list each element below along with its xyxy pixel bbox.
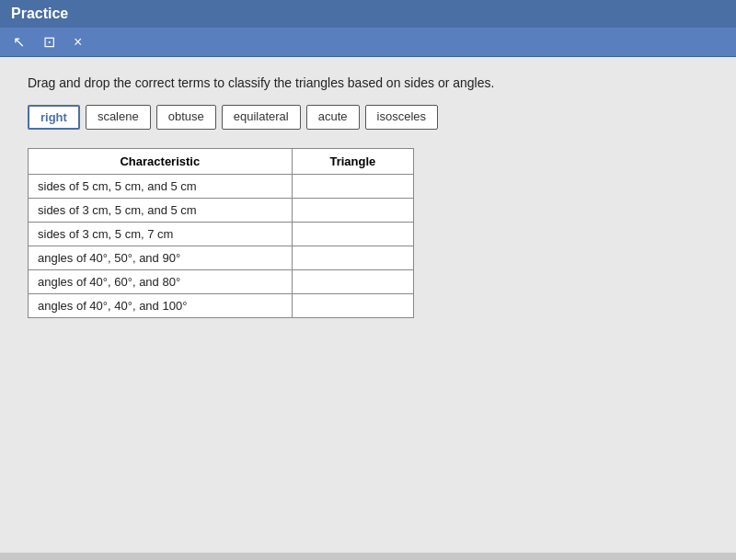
triangle-drop-zone-3[interactable] [292, 246, 413, 270]
triangle-drop-zone-2[interactable] [292, 223, 413, 246]
term-badge-isosceles[interactable]: isosceles [365, 105, 438, 130]
window-button[interactable]: ⊡ [38, 31, 61, 52]
close-button[interactable]: × [68, 32, 87, 52]
content-area: Drag and drop the correct terms to class… [0, 57, 736, 553]
triangle-drop-zone-1[interactable] [292, 199, 413, 223]
table-row: angles of 40°, 60°, and 80° [29, 270, 414, 294]
term-badge-obtuse[interactable]: obtuse [156, 105, 216, 130]
toolbar: ↖ ⊡ × [0, 28, 736, 57]
table-body: sides of 5 cm, 5 cm, and 5 cmsides of 3 … [29, 175, 414, 318]
window-icon: ⊡ [43, 33, 55, 51]
terms-container: rightscaleneobtuseequilateralacuteisosce… [28, 105, 708, 130]
term-badge-right[interactable]: right [28, 105, 80, 130]
cursor-icon: ↖ [13, 33, 25, 51]
table-row: angles of 40°, 40°, and 100° [29, 294, 414, 318]
col-header-triangle: Triangle [292, 149, 413, 175]
instruction-text: Drag and drop the correct terms to class… [28, 75, 708, 90]
triangle-drop-zone-5[interactable] [292, 294, 413, 318]
triangle-drop-zone-4[interactable] [292, 270, 413, 294]
term-badge-scalene[interactable]: scalene [86, 105, 151, 130]
term-badge-acute[interactable]: acute [306, 105, 360, 130]
cursor-button[interactable]: ↖ [7, 31, 30, 52]
char-cell-3: angles of 40°, 50°, and 90° [29, 246, 293, 270]
col-header-characteristic: Characteristic [29, 149, 293, 175]
title-bar: Practice [0, 0, 736, 28]
close-icon: × [74, 34, 82, 51]
table-row: sides of 5 cm, 5 cm, and 5 cm [29, 175, 414, 199]
char-cell-5: angles of 40°, 40°, and 100° [29, 294, 293, 318]
char-cell-0: sides of 5 cm, 5 cm, and 5 cm [29, 175, 293, 199]
table-row: angles of 40°, 50°, and 90° [29, 246, 414, 270]
char-cell-2: sides of 3 cm, 5 cm, 7 cm [29, 223, 293, 246]
triangle-drop-zone-0[interactable] [292, 175, 413, 199]
char-cell-1: sides of 3 cm, 5 cm, and 5 cm [29, 199, 293, 223]
classification-table: Characteristic Triangle sides of 5 cm, 5… [28, 148, 414, 318]
char-cell-4: angles of 40°, 60°, and 80° [29, 270, 293, 294]
page-title: Practice [11, 6, 68, 21]
term-badge-equilateral[interactable]: equilateral [222, 105, 301, 130]
table-row: sides of 3 cm, 5 cm, 7 cm [29, 223, 414, 246]
table-row: sides of 3 cm, 5 cm, and 5 cm [29, 199, 414, 223]
